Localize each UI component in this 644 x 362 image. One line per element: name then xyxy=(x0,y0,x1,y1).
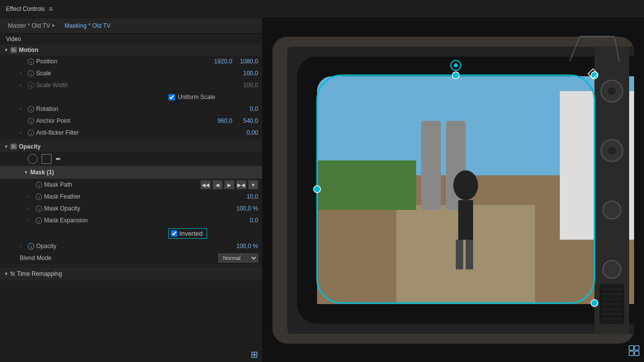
scale-value[interactable]: 100,0 xyxy=(234,70,258,77)
mask-path-next[interactable]: ▶◀ xyxy=(236,180,246,189)
opacity-prop-label: Opacity xyxy=(36,243,232,250)
preview-container xyxy=(265,22,642,359)
mask-path-jump-start[interactable]: ◀◀ xyxy=(201,180,211,189)
opacity-fx-badge: fx xyxy=(10,144,17,150)
motion-effect-name: Motion xyxy=(19,47,38,53)
mask-feather-label: Mask Feather xyxy=(44,193,232,200)
svg-point-20 xyxy=(603,201,621,219)
time-remap-collapse-arrow[interactable]: ▼ xyxy=(4,271,8,276)
mask-feather-row: › Mask Feather 10,0 xyxy=(0,191,262,203)
mask-opacity-stopwatch-icon[interactable] xyxy=(36,206,42,212)
uniform-scale-row: Uniform Scale xyxy=(0,91,262,103)
mask-path-label: Mask Path xyxy=(44,181,199,188)
blend-mode-select[interactable]: Normal Multiply Screen Overlay xyxy=(218,254,258,262)
mask-feather-value[interactable]: 10,0 xyxy=(234,193,258,200)
main-layout: Master * Old TV ▾ Masking * Old TV Video… xyxy=(0,18,644,362)
ellipse-mask-tool[interactable] xyxy=(28,154,38,164)
tab-masking-label: Masking * Old TV xyxy=(64,22,110,29)
uniform-scale-label: Uniform Scale xyxy=(178,94,215,101)
tab-master-old-tv[interactable]: Master * Old TV ▾ xyxy=(4,20,58,31)
motion-collapse-arrow[interactable]: ▼ xyxy=(4,48,8,52)
mask-path-controls: ◀◀ ◀ ▶ ▶◀ ▼ xyxy=(201,180,258,189)
scale-width-row: › Scale Width 100,0 xyxy=(0,79,262,91)
svg-point-21 xyxy=(603,260,621,278)
mask-path-dropdown[interactable]: ▼ xyxy=(248,180,258,189)
anchor-point-y-value[interactable]: 540,0 xyxy=(234,117,258,124)
pen-mask-tool[interactable]: ✒ xyxy=(55,155,61,163)
opacity-tools-row: ✒ xyxy=(0,152,262,166)
menu-icon[interactable]: ≡ xyxy=(49,5,53,13)
tab-master-dropdown-icon[interactable]: ▾ xyxy=(52,23,54,28)
opacity-collapse-arrow[interactable]: ▼ xyxy=(4,144,8,149)
opacity-prop-value[interactable]: 100,0 % xyxy=(234,243,258,250)
mask-opacity-expand[interactable]: › xyxy=(28,206,34,211)
mask-opacity-value[interactable]: 100,0 % xyxy=(234,205,258,212)
svg-point-11 xyxy=(453,170,478,200)
fit-to-frame-icon[interactable]: ⊞ xyxy=(251,349,258,360)
scale-stopwatch-icon[interactable] xyxy=(28,70,34,77)
svg-point-17 xyxy=(608,87,616,95)
inverted-checkbox[interactable] xyxy=(171,230,177,237)
antiflicker-value[interactable]: 0,00 xyxy=(234,129,258,136)
opacity-effect-name: Opacity xyxy=(19,143,41,150)
svg-rect-42 xyxy=(635,346,639,350)
mask-path-stopwatch-icon[interactable] xyxy=(36,182,42,188)
svg-rect-41 xyxy=(629,346,634,350)
mask-feather-expand[interactable]: › xyxy=(28,194,34,199)
mask-expansion-stopwatch-icon[interactable] xyxy=(36,217,42,224)
position-x-value[interactable]: 1920,0 xyxy=(209,58,232,65)
preview-bottom-icon[interactable] xyxy=(628,345,640,358)
antiflicker-expand[interactable]: › xyxy=(20,130,26,135)
mask-1-label: Mask (1) xyxy=(30,169,54,176)
mask-path-row: Mask Path ◀◀ ◀ ▶ ▶◀ ▼ xyxy=(0,179,262,191)
mask-path-prev[interactable]: ◀ xyxy=(213,180,222,189)
inverted-checkbox-container[interactable]: Inverted xyxy=(168,228,207,239)
left-panel: Master * Old TV ▾ Masking * Old TV Video… xyxy=(0,18,263,362)
blend-mode-row: Blend Mode Normal Multiply Screen Overla… xyxy=(0,252,262,264)
tab-master-label: Master * Old TV xyxy=(8,22,50,29)
uniform-scale-checkbox[interactable] xyxy=(168,94,175,101)
mask-feather-stopwatch-icon[interactable] xyxy=(36,194,42,200)
scale-width-expand[interactable]: › xyxy=(20,83,26,88)
svg-rect-12 xyxy=(458,200,473,240)
scale-width-label: Scale Width xyxy=(36,82,241,89)
inverted-label: Inverted xyxy=(179,230,203,237)
antiflicker-stopwatch-icon[interactable] xyxy=(28,130,34,136)
mask-expansion-label: Mask Expansion xyxy=(44,217,232,224)
anchor-point-stopwatch-icon[interactable] xyxy=(28,118,34,124)
opacity-prop-stopwatch-icon[interactable] xyxy=(28,243,34,250)
scale-row: › Scale 100,0 xyxy=(0,67,262,79)
mask-expansion-expand[interactable]: › xyxy=(28,218,34,223)
tab-masking-old-tv[interactable]: Masking * Old TV xyxy=(60,20,114,31)
scale-expand[interactable]: › xyxy=(20,71,26,76)
anchor-point-label: Anchor Point xyxy=(36,117,207,124)
mask-expansion-value[interactable]: 0,0 xyxy=(234,217,258,224)
rotation-expand[interactable]: › xyxy=(20,106,26,111)
anchor-point-row: Anchor Point 960,0 540,0 xyxy=(0,115,262,127)
top-bar: Effect Controls ≡ xyxy=(0,0,644,18)
svg-point-35 xyxy=(314,186,321,193)
svg-point-34 xyxy=(452,72,459,79)
opacity-prop-expand[interactable]: › xyxy=(20,244,26,249)
position-y-value[interactable]: 1080,0 xyxy=(234,58,258,65)
position-stopwatch-icon[interactable] xyxy=(28,58,34,65)
blend-mode-label: Blend Mode xyxy=(4,255,216,261)
rect-mask-tool[interactable] xyxy=(42,154,52,164)
anchor-point-x-value[interactable]: 960,0 xyxy=(209,117,232,124)
rotation-row: › Rotation 0,0 xyxy=(0,103,262,115)
motion-effect-header: ▼ fx Motion xyxy=(0,45,262,55)
inverted-row: Inverted xyxy=(0,226,262,240)
mask-path-play[interactable]: ▶ xyxy=(224,180,234,189)
svg-rect-43 xyxy=(629,351,634,356)
svg-point-19 xyxy=(608,147,616,155)
rotation-stopwatch-icon[interactable] xyxy=(28,106,34,112)
opacity-effect-header: ▼ fx Opacity xyxy=(0,141,262,152)
panel-title: Effect Controls xyxy=(6,5,45,12)
rotation-label: Rotation xyxy=(36,105,232,112)
tv-preview-svg xyxy=(272,32,634,349)
mask-1-collapse-arrow[interactable]: ▼ xyxy=(24,170,28,175)
bottom-bar: ⊞ xyxy=(0,347,262,362)
svg-rect-14 xyxy=(466,240,473,269)
rotation-value[interactable]: 0,0 xyxy=(234,105,258,112)
antiflicker-row: › Anti-flicker Filter 0,00 xyxy=(0,127,262,139)
